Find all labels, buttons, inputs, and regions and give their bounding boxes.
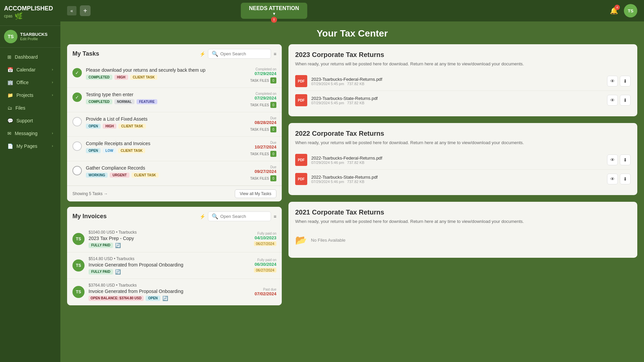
tag-completed: COMPLETED	[86, 99, 112, 104]
task-check-completed[interactable]: ✓	[72, 93, 82, 102]
profile-area[interactable]: TS TSARBUCKS Edit Profile	[0, 26, 60, 48]
pdf-item: PDF 2022-Tsarbucks-State-Returns.pdf 07/…	[295, 170, 631, 188]
preview-button[interactable]: 👁	[607, 76, 618, 86]
support-icon: 💬	[7, 118, 13, 123]
edit-profile-link[interactable]: Edit Profile	[20, 37, 48, 41]
sidebar: ACCOMPLISHED cpas 🌿 TS TSARBUCKS Edit Pr…	[0, 0, 60, 362]
mypages-icon: 📄	[7, 143, 13, 149]
task-files-label: TASK FILES	[250, 152, 269, 156]
page-title: Your Tax Center	[60, 21, 644, 44]
sidebar-item-calendar[interactable]: 📅Calendar ›	[2, 64, 58, 76]
pdf-actions: 👁 ⬇	[607, 155, 631, 165]
no-files-text: No Files Available	[311, 238, 345, 243]
no-files-area: 📂 No Files Available	[295, 229, 631, 251]
folder-icon: 📂	[295, 235, 307, 246]
pdf-item: PDF 2023-Tsarbucks-Federal-Returns.pdf 0…	[295, 72, 631, 91]
sidebar-item-label: Dashboard	[15, 54, 38, 60]
invoices-card-header: My Invoices ⚡ 🔍 ≡	[67, 207, 282, 226]
tag-client-task: CLIENT TASK	[131, 173, 159, 178]
invoice-avatar: TS	[72, 286, 85, 298]
sidebar-item-mypages[interactable]: 📄My Pages ›	[2, 140, 58, 152]
task-body: Testing type then enter COMPLETED NORMAL…	[86, 92, 229, 104]
task-date: 08/28/2024	[233, 120, 276, 125]
invoice-row: TS $514.80 USD • Tsarbucks Invoice Gener…	[67, 252, 282, 279]
pdf-name: 2022-Tsarbucks-Federal-Returns.pdf	[311, 156, 603, 161]
tag-working: WORKING	[86, 173, 108, 178]
filter-icon[interactable]: ⚡	[200, 214, 205, 219]
pdf-info: 2022-Tsarbucks-State-Returns.pdf 07/29/2…	[311, 175, 603, 184]
invoices-search-box[interactable]: 🔍	[208, 212, 271, 221]
pdf-name: 2022-Tsarbucks-State-Returns.pdf	[311, 175, 603, 180]
refresh-icon[interactable]: 🔄	[115, 243, 121, 248]
task-files-badge: TASK FILES 0	[233, 77, 276, 83]
logo-line1: ACCOMPLISHED	[4, 5, 56, 12]
invoice-body: $1040.00 USD • Tsarbucks 2023 Tax Prep -…	[89, 230, 250, 248]
refresh-icon[interactable]: 🔄	[115, 269, 121, 275]
user-avatar-button[interactable]: TS	[624, 4, 637, 17]
sidebar-item-dashboard[interactable]: ⊞Dashboard	[2, 51, 58, 63]
task-files-label: TASK FILES	[250, 103, 269, 107]
task-check-open[interactable]	[72, 141, 82, 151]
task-tags: OPEN LOW CLIENT TASK	[86, 148, 229, 153]
tag-open: OPEN	[86, 148, 101, 153]
invoice-avatar: TS	[72, 259, 85, 272]
tax-section-title-2023: 2023 Corporate Tax Returns	[295, 51, 631, 59]
invoices-search-input[interactable]	[220, 214, 267, 219]
task-date: 10/27/2024	[233, 144, 276, 149]
sidebar-item-files[interactable]: 🗂Files	[2, 102, 58, 114]
pdf-meta: 07/29/2024 5:46 pm 737.82 KB	[311, 161, 603, 165]
add-button[interactable]: +	[80, 5, 91, 16]
notifications-button[interactable]: 🔔 4	[608, 5, 620, 17]
task-check-completed[interactable]: ✓	[72, 68, 82, 77]
task-row: Provide a List of Fixed Assets OPEN HIGH…	[67, 112, 282, 137]
filter-icon[interactable]: ⚡	[200, 51, 205, 57]
collapse-sidebar-button[interactable]: «	[67, 6, 76, 15]
invoice-meta: Fully paid on 04/10/2023 06/27/2024	[254, 232, 276, 246]
preview-button[interactable]: 👁	[607, 174, 618, 184]
preview-button[interactable]: 👁	[607, 95, 618, 106]
chevron-right-icon: ›	[52, 131, 53, 135]
sidebar-item-support[interactable]: 💬Support	[2, 115, 58, 127]
task-body: Gather Compliance Records WORKING URGENT…	[86, 165, 229, 178]
preview-button[interactable]: 👁	[607, 155, 618, 165]
sidebar-item-label: Messaging	[15, 131, 38, 136]
sidebar-item-label: My Pages	[16, 143, 37, 149]
sort-icon[interactable]: ≡	[274, 214, 276, 219]
task-date-label: Completed on	[233, 92, 276, 96]
invoice-date: 04/10/2023	[254, 235, 276, 240]
invoice-amount-company: $1040.00 USD • Tsarbucks	[89, 230, 250, 235]
download-button[interactable]: ⬇	[620, 155, 631, 165]
tag-client-task: CLIENT TASK	[118, 148, 145, 153]
sidebar-item-messaging[interactable]: ✉Messaging ›	[2, 127, 58, 139]
tasks-search-input[interactable]	[220, 51, 267, 56]
tax-section-desc-2023: When ready, your returns will be posted …	[295, 61, 631, 66]
tasks-search-box[interactable]: 🔍	[208, 49, 271, 59]
needs-attention-banner[interactable]: NEEDS ATTENTION ▾ !	[241, 3, 307, 19]
task-meta: Completed on 07/29/2024 TASK FILES 0	[233, 92, 276, 108]
download-button[interactable]: ⬇	[620, 76, 631, 86]
chevron-right-icon: ›	[52, 144, 53, 148]
invoice-body: $514.80 USD • Tsarbucks Invoice Generate…	[89, 256, 250, 275]
tax-section-2022: 2022 Corporate Tax Returns When ready, y…	[288, 123, 637, 195]
task-check-open[interactable]	[72, 117, 82, 126]
sidebar-item-office[interactable]: 🏢Office ›	[2, 76, 58, 88]
task-date: 07/29/2024	[233, 71, 276, 76]
download-button[interactable]: ⬇	[620, 95, 631, 106]
tag-feature: FEATURE	[137, 99, 157, 104]
messaging-icon: ✉	[7, 131, 11, 136]
view-all-tasks-button[interactable]: View all My Tasks	[235, 189, 276, 198]
refresh-icon[interactable]: 🔄	[162, 296, 168, 301]
invoices-title: My Invoices	[72, 213, 107, 220]
tax-section-desc-2021: When ready, your returns will be posted …	[295, 219, 631, 224]
task-date: 07/29/2024	[233, 96, 276, 101]
task-body: Compile Receipts and Invoices OPEN LOW C…	[86, 141, 229, 153]
sidebar-item-label: Office	[16, 80, 29, 85]
task-files-count: 0	[270, 126, 276, 132]
task-check-working[interactable]	[72, 166, 82, 175]
sort-icon[interactable]: ≡	[274, 51, 276, 57]
chevron-right-icon: ›	[52, 80, 53, 84]
sidebar-item-projects[interactable]: 📁Projects ›	[2, 89, 58, 101]
sidebar-item-label: Calendar	[16, 67, 36, 72]
tag-high: HIGH	[103, 124, 116, 129]
download-button[interactable]: ⬇	[620, 174, 631, 184]
